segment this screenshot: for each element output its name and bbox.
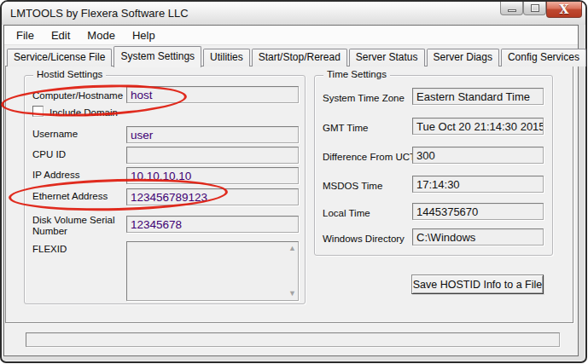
tab-system-settings[interactable]: System Settings <box>114 46 201 67</box>
tab-server-status[interactable]: Server Status <box>349 49 425 66</box>
hostid-settings-title: Hostid Settings <box>33 69 106 79</box>
status-bar <box>26 332 560 347</box>
minimize-icon <box>508 9 516 12</box>
minimize-button[interactable] <box>500 2 523 15</box>
menu-help[interactable]: Help <box>124 27 164 43</box>
hostid-settings-group: Hostid Settings <box>24 75 306 304</box>
menu-bar: File Edit Mode Help <box>4 26 578 45</box>
menu-mode[interactable]: Mode <box>79 27 124 43</box>
time-settings-title: Time Settings <box>323 69 390 79</box>
tab-server-diags[interactable]: Server Diags <box>427 49 499 66</box>
tab-utilities[interactable]: Utilities <box>203 49 250 66</box>
tab-config-services[interactable]: Config Services <box>501 49 586 66</box>
tab-strip: Service/License File System Settings Uti… <box>7 45 575 66</box>
titlebar[interactable]: LMTOOLS by Flexera Software LLC <box>2 2 585 25</box>
save-hostid-button[interactable]: Save HOSTID Info to a File <box>411 274 544 294</box>
tab-start-stop-reread[interactable]: Start/Stop/Reread <box>252 49 347 66</box>
menu-edit[interactable]: Edit <box>43 27 79 43</box>
close-icon: X <box>560 3 569 15</box>
close-button[interactable]: X <box>546 2 582 18</box>
tab-service-license-file[interactable]: Service/License File <box>7 49 112 66</box>
lmtools-window: LMTOOLS by Flexera Software LLC X File E… <box>0 0 588 364</box>
time-settings-group: Time Settings <box>314 75 553 256</box>
maximize-icon <box>531 4 539 12</box>
menu-file[interactable]: File <box>8 27 43 43</box>
window-title: LMTOOLS by Flexera Software LLC <box>10 7 189 20</box>
caption-buttons: X <box>500 2 582 18</box>
maximize-button[interactable] <box>523 2 546 15</box>
